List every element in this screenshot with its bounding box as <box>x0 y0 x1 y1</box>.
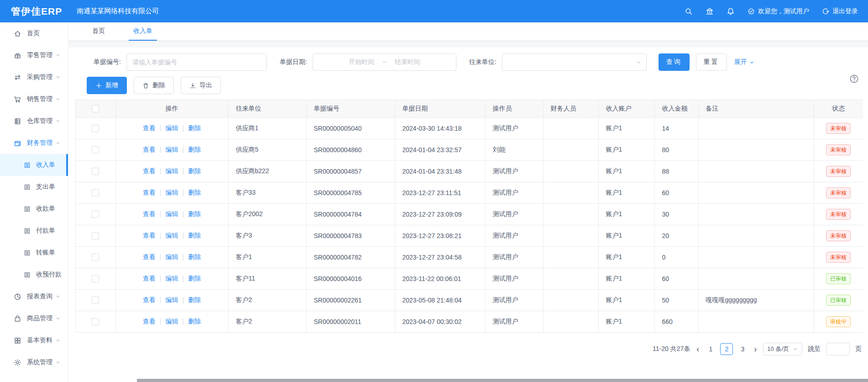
edit-link[interactable]: 编辑 <box>166 167 178 175</box>
select-all-checkbox[interactable] <box>92 105 99 112</box>
welcome-user[interactable]: 欢迎您，测试用户 <box>748 7 809 16</box>
view-link[interactable]: 查看 <box>143 146 156 153</box>
edit-link[interactable]: 编辑 <box>166 318 178 325</box>
edit-link[interactable]: 编辑 <box>166 146 178 153</box>
partner-select[interactable] <box>502 53 647 71</box>
cell-bill-no: SR00000004016 <box>306 268 395 289</box>
sidebar-item[interactable]: 系统管理 <box>0 351 68 373</box>
sidebar-item[interactable]: 基本资料 <box>0 329 68 351</box>
delete-link[interactable]: 删除 <box>188 253 201 260</box>
view-link[interactable]: 查看 <box>143 232 156 239</box>
row-checkbox[interactable] <box>92 275 99 282</box>
view-link[interactable]: 查看 <box>143 296 156 303</box>
help-icon[interactable] <box>849 74 859 84</box>
delete-link[interactable]: 删除 <box>188 189 201 196</box>
sidebar-item[interactable]: 首页 <box>0 22 68 44</box>
edit-link[interactable]: 编辑 <box>166 210 178 218</box>
date-range-picker[interactable]: 开始时间 ~ 结束时间 <box>313 53 456 71</box>
row-checkbox[interactable] <box>92 168 99 175</box>
cell-operator: 测试用户 <box>485 246 543 268</box>
status-badge: 未审核 <box>826 252 851 263</box>
bank-icon[interactable] <box>706 7 714 16</box>
sidebar-item[interactable]: 采购管理 <box>0 66 68 88</box>
next-page-button[interactable]: › <box>753 345 758 353</box>
cell-income-amount: 80 <box>654 139 698 160</box>
delete-link[interactable]: 删除 <box>188 210 201 218</box>
tab-home[interactable]: 首页 <box>88 22 110 41</box>
view-link[interactable]: 查看 <box>143 253 156 260</box>
view-link[interactable]: 查看 <box>143 318 156 325</box>
cell-income-account: 账户1 <box>598 311 654 332</box>
tab-income-bill[interactable]: 收入单 <box>129 22 157 41</box>
delete-button[interactable]: 删除 <box>134 77 174 94</box>
edit-link[interactable]: 编辑 <box>166 275 178 282</box>
bill-no-input[interactable] <box>126 53 267 71</box>
search-icon[interactable] <box>685 7 693 16</box>
delete-link[interactable]: 删除 <box>188 232 201 239</box>
sidebar-subitem[interactable]: 转账单 <box>0 242 68 264</box>
sidebar-item[interactable]: 销售管理 <box>0 88 68 110</box>
page-number-3[interactable]: 3 <box>737 343 748 355</box>
page-size-select[interactable]: 10 条/页 <box>763 343 802 355</box>
cell-remark <box>698 139 814 160</box>
cell-operator: 测试用户 <box>485 117 543 139</box>
sidebar-nav: 首页零售管理采购管理销售管理仓库管理财务管理收入单支出单收款单付款单转账单收预付… <box>0 22 68 382</box>
sidebar-subitem[interactable]: 收款单 <box>0 198 68 220</box>
sidebar-item[interactable]: 零售管理 <box>0 44 68 66</box>
add-button[interactable]: 新增 <box>87 77 127 94</box>
row-checkbox[interactable] <box>92 125 99 132</box>
delete-link[interactable]: 删除 <box>188 296 201 303</box>
delete-link[interactable]: 删除 <box>188 318 201 325</box>
row-checkbox[interactable] <box>92 146 99 154</box>
row-checkbox[interactable] <box>92 297 99 304</box>
doc-icon <box>24 249 31 256</box>
row-checkbox[interactable] <box>92 232 99 239</box>
row-checkbox[interactable] <box>92 189 99 196</box>
view-link[interactable]: 查看 <box>143 167 156 175</box>
delete-link[interactable]: 删除 <box>188 167 201 175</box>
sidebar-item[interactable]: 仓库管理 <box>0 110 68 132</box>
view-link[interactable]: 查看 <box>143 124 156 132</box>
edit-link[interactable]: 编辑 <box>166 124 178 132</box>
reset-button[interactable]: 重置 <box>696 53 727 71</box>
search-button[interactable]: 查询 <box>659 53 690 71</box>
table-row: 查看|编辑|删除 客户3 SR00000004783 2023-12-27 23… <box>76 225 863 246</box>
page-number-1[interactable]: 1 <box>706 343 716 355</box>
plus-icon <box>95 82 102 89</box>
sidebar-item[interactable]: 财务管理 <box>0 132 68 154</box>
jump-page-input[interactable] <box>826 343 850 355</box>
cell-finance-staff <box>543 160 598 182</box>
edit-link[interactable]: 编辑 <box>166 296 178 303</box>
table-row: 查看|编辑|删除 供应商5 SR00000004860 2024-01-04 2… <box>76 139 863 160</box>
cell-remark <box>698 117 814 139</box>
cell-partner: 客户11 <box>228 268 306 289</box>
sidebar-subitem[interactable]: 付款单 <box>0 220 68 242</box>
edit-link[interactable]: 编辑 <box>166 189 178 196</box>
cell-operator: 测试用户 <box>485 225 543 246</box>
view-link[interactable]: 查看 <box>143 275 156 282</box>
cell-operator: 刘能 <box>485 139 543 160</box>
sidebar-item[interactable]: 报表查询 <box>0 286 68 308</box>
edit-link[interactable]: 编辑 <box>166 253 178 260</box>
logout-button[interactable]: 退出登录 <box>822 7 858 16</box>
sidebar-item[interactable]: 商品管理 <box>0 308 68 329</box>
page-number-2[interactable]: 2 <box>720 343 733 355</box>
delete-link[interactable]: 删除 <box>188 124 201 132</box>
view-link[interactable]: 查看 <box>143 210 156 218</box>
expand-filters-link[interactable]: 展开 <box>734 58 755 66</box>
delete-link[interactable]: 删除 <box>188 275 201 282</box>
prev-page-button[interactable]: ‹ <box>695 345 700 353</box>
sidebar-subitem[interactable]: 收预付款 <box>0 264 68 286</box>
chevron-down-icon <box>793 346 798 352</box>
sidebar-subitem[interactable]: 支出单 <box>0 176 68 198</box>
row-checkbox[interactable] <box>92 254 99 261</box>
export-button[interactable]: 导出 <box>181 77 221 94</box>
row-checkbox[interactable] <box>92 318 99 325</box>
view-link[interactable]: 查看 <box>143 189 156 196</box>
delete-link[interactable]: 删除 <box>188 146 201 153</box>
row-checkbox[interactable] <box>92 211 99 218</box>
sidebar-subitem[interactable]: 收入单 <box>0 154 68 176</box>
edit-link[interactable]: 编辑 <box>166 232 178 239</box>
horizontal-scrollbar[interactable] <box>137 379 868 382</box>
bell-icon[interactable] <box>727 7 735 16</box>
